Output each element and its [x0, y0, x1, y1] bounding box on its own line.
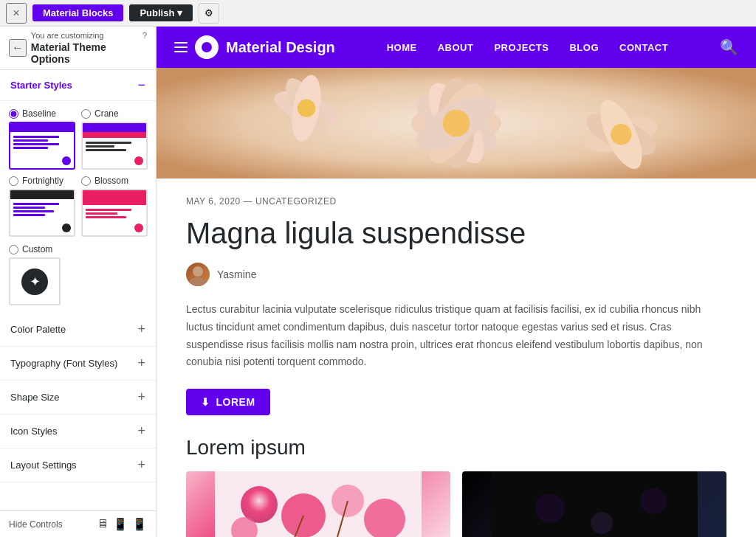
publish-button[interactable]: Publish ▾ — [129, 4, 193, 21]
style-option-baseline: Baseline — [9, 108, 75, 170]
nav-blog[interactable]: BLOG — [569, 42, 599, 53]
cherry-image — [186, 471, 450, 537]
typography-section[interactable]: Typography (Font Styles) + — [0, 347, 156, 381]
svg-point-28 — [591, 512, 613, 534]
author-name: Yasmine — [217, 268, 256, 280]
hamburger-icon[interactable] — [174, 42, 188, 52]
nav-home[interactable]: HOME — [387, 42, 417, 53]
gear-icon: ⚙ — [205, 7, 213, 18]
site-logo-wrap: Material Design — [174, 35, 335, 59]
layout-settings-title: Layout Settings — [10, 460, 77, 471]
svg-point-20 — [281, 493, 326, 537]
fortnightly-card[interactable] — [9, 189, 75, 237]
svg-point-11 — [298, 100, 315, 117]
section-heading: Lorem ipsum — [186, 436, 726, 460]
customizing-label: You are customizing ? — [31, 31, 147, 40]
top-bar: × Material Blocks Publish ▾ ⚙ — [0, 0, 756, 27]
hide-controls-bar: Hide Controls 🖥 📱 📱 — [0, 510, 156, 537]
expand-icon: + — [137, 457, 145, 473]
custom-option: Custom ✦ — [0, 244, 156, 313]
preview-area: Material Design HOME ABOUT PROJECTS BLOG… — [157, 27, 756, 537]
icon-styles-section[interactable]: Icon Styles + — [0, 415, 156, 448]
baseline-label[interactable]: Baseline — [9, 108, 75, 119]
shape-size-title: Shape Size — [10, 392, 60, 403]
post-title: Magna ligula suspendisse — [186, 215, 726, 251]
sidebar: ← You are customizing ? Material Theme O… — [0, 27, 157, 537]
svg-point-29 — [640, 488, 667, 514]
svg-point-27 — [535, 493, 565, 523]
collapse-icon[interactable]: − — [137, 77, 145, 93]
hide-controls-label[interactable]: Hide Controls — [9, 519, 63, 530]
search-icon[interactable]: 🔍 — [720, 38, 738, 56]
close-button[interactable]: × — [6, 3, 27, 24]
site-logo — [195, 35, 219, 59]
custom-label[interactable]: Custom — [9, 244, 147, 254]
main-layout: ← You are customizing ? Material Theme O… — [0, 27, 756, 537]
blossom-card[interactable] — [81, 189, 148, 237]
custom-icon: ✦ — [21, 268, 48, 295]
expand-icon: + — [137, 389, 145, 405]
fortnightly-label[interactable]: Fortnightly — [9, 176, 75, 186]
style-grid: Baseline Crane — [0, 101, 156, 244]
nav-projects[interactable]: PROJECTS — [494, 42, 549, 53]
tablet-icon[interactable]: 📱 — [113, 517, 128, 531]
color-palette-section[interactable]: Color Palette + — [0, 313, 156, 347]
chevron-down-icon: ▾ — [177, 7, 182, 18]
blossom-label[interactable]: Blossom — [81, 176, 148, 186]
shape-size-section[interactable]: Shape Size + — [0, 381, 156, 415]
custom-card[interactable]: ✦ — [9, 257, 61, 305]
sidebar-title: Material Theme Options — [31, 41, 147, 65]
starter-styles-header[interactable]: Starter Styles − — [0, 70, 156, 101]
image-grid — [186, 471, 726, 537]
site-header: Material Design HOME ABOUT PROJECTS BLOG… — [157, 27, 756, 68]
layout-settings-section[interactable]: Layout Settings + — [0, 448, 156, 482]
expand-icon: + — [137, 356, 145, 371]
settings-button[interactable]: ⚙ — [199, 3, 219, 24]
author-avatar — [186, 263, 210, 286]
blossom-radio[interactable] — [81, 176, 91, 186]
crane-label[interactable]: Crane — [81, 108, 148, 119]
hero-image — [157, 68, 756, 179]
typography-title: Typography (Font Styles) — [10, 358, 117, 369]
svg-point-17 — [189, 277, 207, 286]
back-button[interactable]: ← — [9, 39, 27, 57]
style-option-blossom: Blossom — [81, 176, 148, 237]
crane-card[interactable] — [81, 122, 148, 170]
site-nav: HOME ABOUT PROJECTS BLOG CONTACT — [387, 42, 668, 53]
download-icon: ⬇ — [201, 396, 210, 408]
dark-image — [462, 471, 726, 537]
lorem-button[interactable]: ⬇ LOREM — [186, 389, 270, 415]
svg-point-15 — [611, 124, 631, 145]
site-name: Material Design — [226, 39, 335, 56]
baseline-card[interactable] — [9, 122, 75, 170]
nav-contact[interactable]: CONTACT — [619, 42, 668, 53]
crane-radio[interactable] — [81, 109, 91, 119]
baseline-radio[interactable] — [9, 109, 18, 119]
style-option-fortnightly: Fortnightly — [9, 176, 75, 237]
mobile-icon[interactable]: 📱 — [132, 517, 147, 531]
custom-radio[interactable] — [9, 245, 18, 254]
expand-icon: + — [137, 423, 145, 439]
fortnightly-radio[interactable] — [9, 176, 18, 186]
desktop-icon[interactable]: 🖥 — [97, 517, 109, 531]
content-area: MAY 6, 2020 — UNCATEGORIZED Magna ligula… — [157, 179, 756, 537]
nav-about[interactable]: ABOUT — [438, 42, 474, 53]
sidebar-nav-row: ← You are customizing ? Material Theme O… — [0, 27, 156, 70]
svg-point-7 — [443, 110, 470, 137]
author-row: Yasmine — [186, 263, 726, 286]
icon-styles-title: Icon Styles — [10, 426, 58, 437]
style-option-crane: Crane — [81, 108, 148, 170]
post-body: Lectus curabitur lacinia vulputate scele… — [186, 301, 726, 371]
color-palette-title: Color Palette — [10, 324, 66, 335]
svg-point-16 — [193, 266, 203, 277]
starter-styles-title: Starter Styles — [10, 80, 72, 91]
view-icons: 🖥 📱 📱 — [97, 517, 147, 531]
material-blocks-button[interactable]: Material Blocks — [32, 4, 123, 21]
expand-icon: + — [137, 322, 145, 337]
post-meta: MAY 6, 2020 — UNCATEGORIZED — [186, 196, 726, 207]
help-icon[interactable]: ? — [142, 31, 147, 40]
